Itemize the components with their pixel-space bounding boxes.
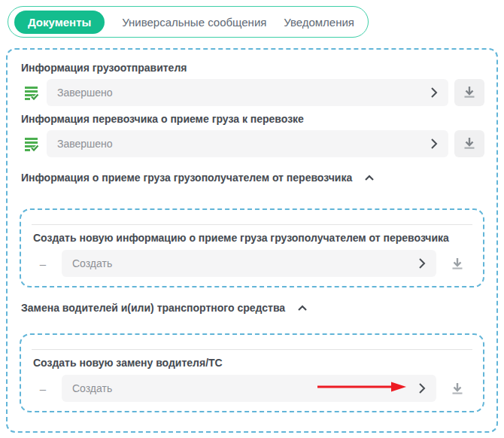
create-action-field[interactable]: Создать [62, 250, 436, 277]
create-title: Создать новую информацию о приеме груза … [33, 232, 472, 244]
chevron-right-icon [418, 257, 426, 269]
section-header-label: Замена водителей и(или) транспортного ср… [21, 302, 285, 314]
document-title-carrier-acceptance: Информация перевозчика о приеме груза к … [21, 113, 484, 125]
tab-documents[interactable]: Документы [14, 11, 105, 34]
red-arrow-annotation [316, 381, 408, 396]
tab-notifications[interactable]: Уведомления [284, 16, 354, 29]
row-prefix-dash: – [32, 257, 54, 270]
chevron-right-icon [430, 138, 438, 150]
status-text: Завершено [57, 138, 113, 150]
download-icon [463, 85, 476, 101]
document-row-shipper-info: Завершено [20, 79, 484, 106]
download-icon [463, 136, 476, 152]
download-button[interactable] [454, 130, 484, 157]
download-icon[interactable] [442, 375, 472, 402]
create-row: – Создать [32, 375, 472, 402]
divider [32, 349, 472, 350]
create-label: Создать [72, 257, 112, 269]
completed-checklist-icon [24, 85, 39, 100]
create-label: Создать [72, 382, 112, 394]
chevron-right-icon [430, 87, 438, 99]
completed-checklist-icon [24, 136, 39, 151]
create-row: – Создать [32, 250, 472, 277]
tab-universal-messages[interactable]: Универсальные сообщения [122, 16, 266, 29]
document-status-field[interactable]: Завершено [47, 130, 448, 157]
document-status-field[interactable]: Завершено [47, 79, 448, 106]
create-driver-replacement-box: Создать новую замену водителя/ТС – Созда… [20, 333, 484, 412]
tab-bar: Документы Универсальные сообщения Уведом… [8, 6, 369, 38]
chevron-up-icon [364, 175, 375, 181]
chevron-up-icon [297, 305, 308, 312]
divider [32, 224, 472, 225]
row-prefix-dash: – [32, 382, 54, 395]
create-action-field[interactable]: Создать [62, 375, 436, 402]
section-header-consignee-receipt[interactable]: Информация о приеме груза грузополучател… [21, 172, 484, 184]
documents-panel: Информация грузоотправителя Завершено [6, 48, 498, 433]
chevron-right-icon [418, 382, 426, 394]
document-title-shipper-info: Информация грузоотправителя [21, 62, 484, 74]
download-button[interactable] [454, 79, 484, 106]
section-header-driver-replacement[interactable]: Замена водителей и(или) транспортного ср… [21, 302, 484, 314]
status-text: Завершено [57, 87, 113, 99]
create-title: Создать новую замену водителя/ТС [33, 357, 472, 369]
download-icon[interactable] [442, 250, 472, 277]
section-header-label: Информация о приеме груза грузополучател… [21, 172, 352, 184]
create-consignee-receipt-box: Создать новую информацию о приеме груза … [20, 208, 484, 287]
document-row-carrier-acceptance: Завершено [20, 130, 484, 157]
